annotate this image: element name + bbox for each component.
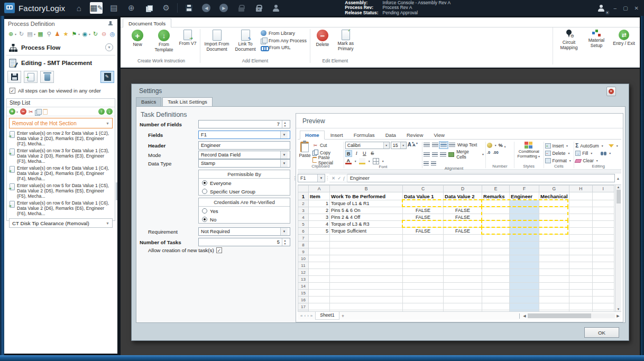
autosum-button[interactable]: ΣAutoSum▼▼ (575, 142, 621, 149)
grid-cell-C6[interactable]: FALSE (403, 228, 444, 235)
pin-icon[interactable] (108, 21, 113, 27)
grid-cell-D5[interactable] (444, 221, 482, 228)
fill-color-button[interactable] (359, 158, 365, 164)
confirm-entry-icon[interactable]: ✓ (337, 175, 341, 181)
collapsed-step[interactable]: CT Disk Tip Clearance (Removal) ▼ (9, 218, 113, 228)
insert-function-icon[interactable]: f (343, 175, 344, 181)
sync-icon[interactable]: ↻ (92, 31, 99, 38)
grid-cell-A18[interactable] (309, 310, 330, 312)
grid-cell-G6[interactable] (539, 228, 569, 235)
cut-step-icon[interactable]: ✂ (29, 109, 33, 115)
grid-cell-F16[interactable] (510, 297, 539, 303)
grid-cell-E14[interactable] (482, 283, 510, 290)
hscroll-thumb[interactable] (528, 313, 591, 318)
grid-cell-B13[interactable] (330, 276, 403, 283)
grid-cell-H7[interactable] (569, 235, 592, 242)
grid-cell-E3[interactable] (482, 207, 510, 214)
align-bottom-icon[interactable] (440, 143, 447, 147)
grid-cell-A7[interactable] (309, 235, 330, 242)
mode-dropdown[interactable]: Record Data Field ▼ (198, 151, 290, 159)
sheet-nav-buttons[interactable]: «‹›» (298, 313, 315, 318)
collapse-chevron-icon[interactable]: ▼ (105, 43, 113, 51)
grid-cell-I16[interactable] (592, 297, 614, 303)
grid-row-header-9[interactable]: 9 (298, 248, 309, 255)
grid-cell-A5[interactable]: 4 (309, 221, 330, 228)
increase-decimal-icon[interactable]: .0 (487, 150, 490, 155)
fill-button[interactable]: ↓Fill▼▼ (575, 150, 621, 156)
grid-cell-F9[interactable] (510, 248, 539, 255)
forward-icon[interactable]: ▶ (217, 2, 230, 14)
order-checkbox[interactable]: ✓ (10, 88, 15, 94)
add-sheet-button[interactable]: + (339, 313, 347, 319)
grid-cell-D9[interactable] (444, 248, 482, 255)
wrap-icon[interactable] (449, 143, 455, 147)
grid-cell-E17[interactable] (482, 303, 510, 310)
grid-cell-G15[interactable] (539, 290, 569, 297)
align-top-icon[interactable] (424, 143, 430, 147)
grid-cell-C17[interactable] (403, 303, 444, 310)
bold-button[interactable]: B (345, 150, 352, 157)
grid-cell-B12[interactable] (330, 269, 403, 276)
from-any-process-button[interactable]: From Any Process (261, 38, 307, 43)
stepper-arrows-icon[interactable]: ▲▼ (282, 121, 288, 128)
settings-gear-icon[interactable]: ⚙ (160, 2, 172, 14)
grid-cell-I1[interactable] (592, 192, 614, 200)
grid-cell-C11[interactable] (403, 262, 444, 269)
grid-row-header-11[interactable]: 11 (298, 262, 309, 269)
grid-cell-C7[interactable] (403, 235, 444, 242)
lock-x-icon[interactable]: ✕ (252, 2, 265, 14)
grid-cell-D4[interactable]: FALSE (444, 214, 482, 221)
everyone-radio-row[interactable]: Everyone (199, 179, 290, 187)
grid-cell-C16[interactable] (403, 297, 444, 303)
conditional-formatting-button[interactable]: Conditional Formatting▼ (518, 150, 540, 159)
grid-cell-E12[interactable] (482, 269, 510, 276)
currency-icon[interactable] (487, 143, 492, 148)
grid-cell-C3[interactable]: FALSE (403, 207, 444, 214)
grid-cell-G13[interactable] (539, 276, 569, 283)
formula-input[interactable]: Engineer (347, 174, 615, 182)
merge-icon[interactable] (448, 152, 455, 157)
step-list-item[interactable]: ➜Enter value(s) on row 5 for Data Value … (7, 182, 115, 199)
grid-cell-I10[interactable] (592, 255, 614, 262)
grid-column-header-G[interactable]: G (539, 186, 569, 192)
grid-cell-G2[interactable] (539, 200, 569, 207)
grid-cell-C12[interactable] (403, 269, 444, 276)
tab-task-list-settings[interactable]: Task List Settings (162, 97, 213, 106)
grid-cell-E1[interactable]: Remarks (482, 192, 510, 200)
minimize-button[interactable]: – (614, 5, 617, 11)
grid-cell-H4[interactable] (569, 214, 592, 221)
process-editor-icon[interactable]: ▦✎ (90, 2, 103, 14)
number-of-tasks-stepper[interactable]: 5 ▲▼ (198, 238, 290, 246)
copy-step-icon[interactable] (35, 109, 41, 115)
grid-cell-G18[interactable] (539, 310, 569, 312)
add-icon[interactable]: ⊕ (7, 31, 14, 38)
shrink-font-icon[interactable]: A▼ (412, 143, 416, 149)
grid-row-header-13[interactable]: 13 (298, 276, 309, 283)
grid-cell-F4[interactable] (510, 214, 539, 221)
scroll-thumb[interactable] (617, 190, 621, 203)
yes-radio-row[interactable]: Yes (199, 207, 290, 215)
grid-column-header-E[interactable]: E (482, 186, 510, 192)
specific-user-group-radio[interactable] (202, 189, 207, 194)
grid-cell-I12[interactable] (592, 269, 614, 276)
grid-cell-B3[interactable]: Pins 5 & 6 On (330, 207, 403, 214)
add-step-icon[interactable]: + (9, 108, 15, 115)
move-icon[interactable]: ⊕ (125, 2, 137, 14)
plugin-icon[interactable]: ▦ (37, 31, 44, 38)
grid-column-header-A[interactable]: A (309, 186, 330, 192)
grid-cell-H11[interactable] (569, 262, 592, 269)
excel-tab-formulas[interactable]: Formulas (349, 131, 380, 139)
grid-cell-D12[interactable] (444, 269, 482, 276)
document-tools-tab[interactable]: Document Tools (123, 18, 171, 27)
dropdown-arrow-icon[interactable]: ▼ (280, 151, 288, 159)
grid-cell-A1[interactable]: Item (309, 192, 330, 200)
grid-cell-C15[interactable] (403, 290, 444, 297)
grid-column-header-F[interactable]: F (510, 186, 539, 192)
grid-cell-E6[interactable] (482, 228, 510, 235)
grid-cell-H13[interactable] (569, 276, 592, 283)
grid-cell-H1[interactable] (569, 192, 592, 200)
excel-tab-home[interactable]: Home (300, 131, 325, 140)
selected-step[interactable]: Removal of the Hot Section ▼ (9, 118, 113, 128)
align-center-icon[interactable] (432, 152, 438, 157)
format-cells-button[interactable]: Format▼ (545, 157, 573, 164)
